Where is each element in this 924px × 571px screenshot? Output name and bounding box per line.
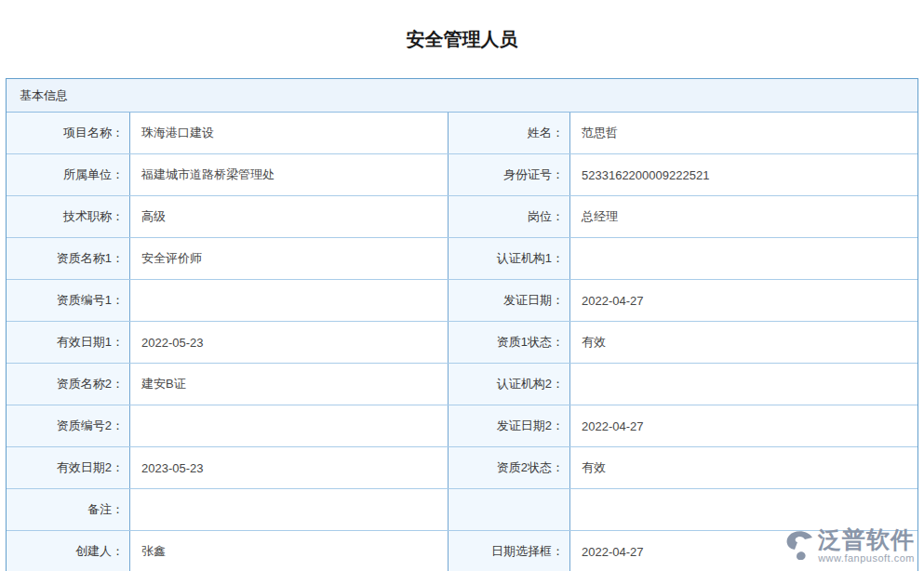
creator-label: 创建人： [7, 531, 130, 571]
table-row-valid-date1: 有效日期1： 2022-05-23 资质1状态： 有效 [7, 321, 917, 363]
qualification2-status-value: 有效 [570, 447, 917, 488]
table-row-qualification2-name: 资质名称2： 建安B证 认证机构2： [7, 363, 917, 405]
qualification2-status-label: 资质2状态： [449, 447, 570, 488]
post-label: 岗位： [449, 196, 570, 237]
tech-title-label: 技术职称： [7, 196, 130, 237]
issue-date1-value: 2022-04-27 [570, 280, 917, 321]
creator-value: 张鑫 [130, 531, 449, 571]
valid-date2-value: 2023-05-23 [130, 447, 449, 488]
remark-empty-label [449, 489, 570, 530]
project-name-label: 项目名称： [7, 113, 130, 153]
unit-value: 福建城市道路桥梁管理处 [130, 154, 449, 195]
table-row-unit: 所属单位： 福建城市道路桥梁管理处 身份证号： 5233162200009222… [7, 153, 917, 195]
person-name-value: 范思哲 [570, 113, 917, 153]
date-picker-label: 日期选择框： [449, 531, 570, 571]
table-row-creator: 创建人： 张鑫 日期选择框： 2022-04-27 [7, 530, 917, 571]
qualification1-status-value: 有效 [570, 322, 917, 363]
tech-title-value: 高级 [130, 196, 449, 237]
id-number-value: 5233162200009222521 [570, 154, 917, 195]
basic-info-table: 基本信息 项目名称： 珠海港口建设 姓名： 范思哲 所属单位： 福建城市道路桥梁… [6, 78, 918, 571]
unit-label: 所属单位： [7, 154, 130, 195]
qualification2-name-label: 资质名称2： [7, 364, 130, 405]
table-row-project-name: 项目名称： 珠海港口建设 姓名： 范思哲 [7, 113, 917, 153]
page-title: 安全管理人员 [0, 0, 924, 50]
qualification1-name-label: 资质名称1： [7, 238, 130, 279]
date-picker-value: 2022-04-27 [570, 531, 917, 571]
issue-date2-value: 2022-04-27 [570, 405, 917, 446]
cert-agency2-label: 认证机构2： [449, 364, 570, 405]
issue-date1-label: 发证日期： [449, 280, 570, 321]
cert-agency1-value [570, 238, 917, 279]
remark-empty-value [570, 489, 917, 530]
cert-agency2-value [570, 364, 917, 405]
table-row-valid-date2: 有效日期2： 2023-05-23 资质2状态： 有效 [7, 446, 917, 488]
section-header: 基本信息 [7, 79, 917, 113]
table-row-remark: 备注： [7, 488, 917, 530]
valid-date1-value: 2022-05-23 [130, 322, 449, 363]
id-number-label: 身份证号： [449, 154, 570, 195]
valid-date2-label: 有效日期2： [7, 447, 130, 488]
qualification1-name-value: 安全评价师 [130, 238, 449, 279]
remark-label: 备注： [7, 489, 130, 530]
post-value: 总经理 [570, 196, 917, 237]
qualification1-number-value [130, 280, 449, 321]
remark-value [130, 489, 449, 530]
issue-date2-label: 发证日期2： [449, 405, 570, 446]
table-row-qualification1-name: 资质名称1： 安全评价师 认证机构1： [7, 237, 917, 279]
valid-date1-label: 有效日期1： [7, 322, 130, 363]
qualification2-number-value [130, 405, 449, 446]
person-name-label: 姓名： [449, 113, 570, 153]
qualification2-name-value: 建安B证 [130, 364, 449, 405]
qualification2-number-label: 资质编号2： [7, 405, 130, 446]
table-row-qualification2-number: 资质编号2： 发证日期2： 2022-04-27 [7, 405, 917, 446]
qualification1-status-label: 资质1状态： [449, 322, 570, 363]
table-row-tech-title: 技术职称： 高级 岗位： 总经理 [7, 195, 917, 237]
qualification1-number-label: 资质编号1： [7, 280, 130, 321]
cert-agency1-label: 认证机构1： [449, 238, 570, 279]
project-name-value: 珠海港口建设 [130, 113, 449, 153]
table-row-qualification1-number: 资质编号1： 发证日期： 2022-04-27 [7, 279, 917, 321]
